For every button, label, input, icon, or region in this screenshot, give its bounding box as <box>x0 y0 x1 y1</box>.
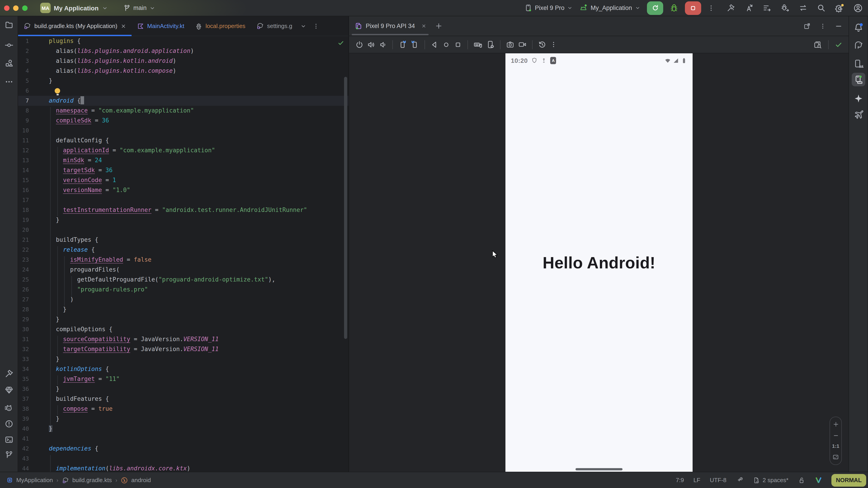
build-icon[interactable] <box>726 4 735 12</box>
chevron-down-icon[interactable] <box>301 23 307 29</box>
code-line[interactable]: 17 <box>18 195 348 205</box>
code-line[interactable]: 8 namespace = "com.example.myapplication… <box>18 106 348 116</box>
line-number[interactable]: 6 <box>18 86 29 96</box>
line-number[interactable]: 26 <box>18 285 29 295</box>
code-line[interactable]: 23 isMinifyEnabled = false <box>18 255 348 265</box>
code-line[interactable]: 1plugins { <box>18 36 348 46</box>
line-number[interactable]: 9 <box>18 116 29 126</box>
device-selector[interactable]: Pixel 9 Pro <box>524 4 573 12</box>
line-number[interactable]: 31 <box>18 334 29 344</box>
ui-check-icon[interactable] <box>813 40 822 49</box>
open-in-new-window-icon[interactable] <box>803 22 811 30</box>
close-tab-icon[interactable] <box>121 23 126 29</box>
breadcrumb-module[interactable]: MyApplication <box>6 477 53 484</box>
code-line[interactable]: 37 buildFeatures { <box>18 394 348 404</box>
screenshot-camera-icon[interactable] <box>506 40 515 49</box>
intention-bulb-icon[interactable] <box>55 88 60 94</box>
line-number[interactable]: 11 <box>18 135 29 145</box>
line-number[interactable]: 5 <box>18 76 29 86</box>
line-number[interactable]: 14 <box>18 165 29 175</box>
line-number[interactable]: 19 <box>18 215 29 225</box>
line-number[interactable]: 35 <box>18 374 29 384</box>
device-settings-icon[interactable] <box>486 40 495 49</box>
code-line[interactable]: 24 proguardFiles( <box>18 265 348 275</box>
gradle-sync-icon[interactable] <box>799 4 807 12</box>
project-tool-icon[interactable] <box>3 20 14 30</box>
line-number[interactable]: 12 <box>18 145 29 156</box>
line-number[interactable]: 20 <box>18 225 29 235</box>
code-line[interactable]: 12 applicationId = "com.example.myapplic… <box>18 145 348 156</box>
zoom-window-button[interactable] <box>22 5 28 11</box>
line-number[interactable]: 40 <box>18 424 29 434</box>
breadcrumb-file[interactable]: build.gradle.kts <box>62 477 112 484</box>
line-number[interactable]: 25 <box>18 275 29 285</box>
code-line[interactable]: 35 jvmTarget = "11" <box>18 374 348 384</box>
line-number[interactable]: 30 <box>18 324 29 334</box>
hide-panel-icon[interactable] <box>835 22 842 30</box>
line-number[interactable]: 39 <box>18 414 29 424</box>
hardware-input-icon[interactable] <box>473 40 483 49</box>
code-line[interactable]: 29 } <box>18 315 348 324</box>
line-number[interactable]: 13 <box>18 156 29 165</box>
line-number[interactable]: 7 <box>18 96 29 106</box>
profiler-cat-icon[interactable] <box>3 402 14 414</box>
code-line[interactable]: 41 <box>18 434 348 444</box>
code-line[interactable]: 25 getDefaultProguardFile("proguard-andr… <box>18 275 348 285</box>
ai-assistant-disabled-icon[interactable] <box>734 477 745 484</box>
code-line[interactable]: 5} <box>18 76 348 86</box>
code-line[interactable]: 15 versionCode = 1 <box>18 175 348 185</box>
snapshots-icon[interactable] <box>538 40 547 49</box>
rotate-right-icon[interactable] <box>410 40 419 49</box>
line-number[interactable]: 41 <box>18 434 29 444</box>
line-number[interactable]: 28 <box>18 304 29 315</box>
code-line[interactable]: 18 testInstrumentationRunner = "androidx… <box>18 205 348 215</box>
code-area[interactable]: 1plugins {2 alias(libs.plugins.android.a… <box>18 36 348 472</box>
code-line[interactable]: 31 sourceCompatibility = JavaVersion.VER… <box>18 334 348 344</box>
code-line[interactable]: 27 ) <box>18 295 348 304</box>
power-button-icon[interactable] <box>355 40 364 48</box>
code-line[interactable]: 44 implementation(libs.androidx.core.ktx… <box>18 464 348 472</box>
tab-options-kebab-icon[interactable] <box>313 23 319 29</box>
stop-button[interactable] <box>685 1 701 15</box>
line-number[interactable]: 21 <box>18 235 29 245</box>
attach-debugger-icon[interactable] <box>781 4 789 12</box>
resource-manager-icon[interactable] <box>3 58 14 69</box>
android-back-icon[interactable] <box>430 40 438 48</box>
vcs-branch-widget[interactable]: main <box>123 4 156 11</box>
more-actions-kebab-icon[interactable] <box>708 4 715 11</box>
code-line[interactable]: 22 release { <box>18 245 348 255</box>
device-tab[interactable]: Pixel 9 Pro API 34 <box>349 16 432 36</box>
gradle-tool-icon[interactable] <box>853 40 864 51</box>
zoom-to-fit-icon[interactable] <box>832 454 839 460</box>
zoom-out-icon[interactable] <box>833 432 839 438</box>
code-line[interactable]: 33 } <box>18 354 348 364</box>
line-number[interactable]: 2 <box>18 46 29 56</box>
build-tool-icon[interactable] <box>3 368 14 379</box>
line-number[interactable]: 32 <box>18 344 29 354</box>
code-line[interactable]: 9 compileSdk = 36 <box>18 116 348 126</box>
search-everywhere-icon[interactable] <box>817 4 826 12</box>
notifications-bell-icon[interactable] <box>853 22 864 33</box>
line-number[interactable]: 1 <box>18 36 29 46</box>
zoom-actual-size[interactable]: 1:1 <box>832 444 839 449</box>
android-overview-icon[interactable] <box>454 40 462 48</box>
code-line[interactable]: 30 compileOptions { <box>18 324 348 334</box>
account-icon[interactable] <box>854 3 863 12</box>
code-line[interactable]: 42dependencies { <box>18 444 348 454</box>
project-widget[interactable]: MA My Application <box>40 3 108 13</box>
code-line[interactable]: 13 minSdk = 24 <box>18 156 348 165</box>
add-device-tab-icon[interactable] <box>435 23 442 29</box>
code-line[interactable]: 19 } <box>18 215 348 225</box>
tab-build-gradle[interactable]: build.gradle.kts (My Application) <box>18 16 131 36</box>
code-line[interactable]: 16 versionName = "1.0" <box>18 185 348 195</box>
code-line[interactable]: 40} <box>18 424 348 434</box>
screen-record-icon[interactable] <box>518 40 527 49</box>
gemini-sparkle-icon[interactable] <box>853 93 864 104</box>
line-number[interactable]: 44 <box>18 464 29 472</box>
line-number[interactable]: 42 <box>18 444 29 454</box>
volume-down-icon[interactable] <box>379 40 387 48</box>
rotate-left-icon[interactable] <box>398 40 407 49</box>
code-line[interactable]: 11 defaultConfig { <box>18 135 348 145</box>
line-separator-widget[interactable]: LF <box>691 477 703 484</box>
line-number[interactable]: 34 <box>18 364 29 374</box>
